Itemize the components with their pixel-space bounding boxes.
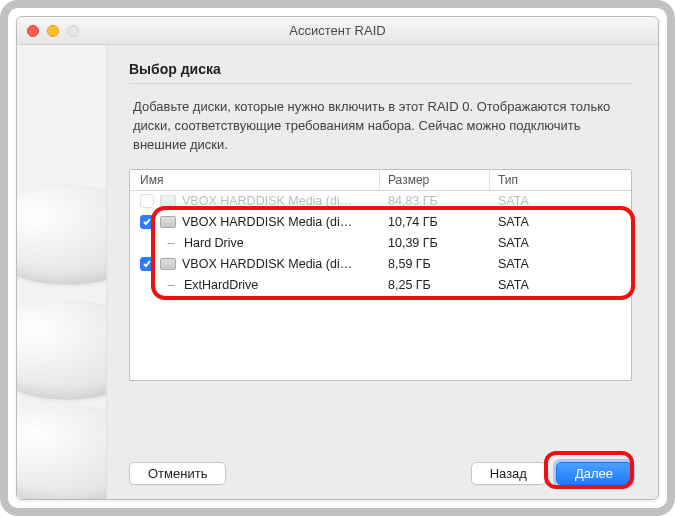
hdd-icon [160, 195, 176, 207]
table-row[interactable]: –ExtHardDrive8,25 ГБSATA [130, 275, 631, 296]
sidebar-art [17, 45, 107, 499]
cell-type: SATA [490, 257, 631, 271]
cell-type: SATA [490, 215, 631, 229]
table-row[interactable]: VBOX HARDDISK Media (di…10,74 ГБSATA [130, 212, 631, 233]
table-body: VBOX HARDDISK Media (di…84,83 ГБSATAVBOX… [130, 191, 631, 296]
back-button[interactable]: Назад [471, 462, 546, 485]
cell-type: SATA [490, 194, 631, 208]
window-body: Выбор диска Добавьте диски, которые нужн… [17, 45, 658, 499]
cell-type: SATA [490, 278, 631, 292]
cell-name: VBOX HARDDISK Media (di… [130, 215, 380, 229]
cell-size: 10,39 ГБ [380, 236, 490, 250]
hdd-icon [160, 216, 176, 228]
window-controls [17, 25, 79, 37]
cell-size: 84,83 ГБ [380, 194, 490, 208]
disk-name: VBOX HARDDISK Media (di… [182, 257, 352, 271]
dash-icon: – [164, 278, 178, 292]
page-heading: Выбор диска [129, 57, 632, 84]
checkbox[interactable] [140, 215, 154, 229]
col-type[interactable]: Тип [490, 170, 631, 190]
close-icon[interactable] [27, 25, 39, 37]
minimize-icon[interactable] [47, 25, 59, 37]
cell-name: –ExtHardDrive [130, 278, 380, 292]
table-row[interactable]: VBOX HARDDISK Media (di…8,59 ГБSATA [130, 254, 631, 275]
footer: Отменить Назад Далее [129, 450, 632, 485]
hdd-icon [160, 258, 176, 270]
description-text: Добавьте диски, которые нужно включить в… [133, 98, 628, 155]
table-header: Имя Размер Тип [130, 170, 631, 191]
disk-name: Hard Drive [184, 236, 244, 250]
table-row[interactable]: –Hard Drive10,39 ГБSATA [130, 233, 631, 254]
cancel-button[interactable]: Отменить [129, 462, 226, 485]
cell-name: –Hard Drive [130, 236, 380, 250]
table-row[interactable]: VBOX HARDDISK Media (di…84,83 ГБSATA [130, 191, 631, 212]
window-title: Ассистент RAID [17, 23, 658, 38]
decorative-disk-icon [17, 300, 107, 400]
cell-type: SATA [490, 236, 631, 250]
decorative-disk-icon [17, 185, 107, 285]
main-panel: Выбор диска Добавьте диски, которые нужн… [107, 45, 658, 499]
col-name[interactable]: Имя [130, 170, 380, 190]
raid-assistant-window: Ассистент RAID Выбор диска Добавьте диск… [16, 16, 659, 500]
dash-icon: – [164, 236, 178, 250]
cell-size: 8,59 ГБ [380, 257, 490, 271]
cell-size: 8,25 ГБ [380, 278, 490, 292]
decorative-disk-icon [17, 405, 107, 499]
titlebar: Ассистент RAID [17, 17, 658, 45]
screenshot-frame: Ассистент RAID Выбор диска Добавьте диск… [0, 0, 675, 516]
disk-name: VBOX HARDDISK Media (di… [182, 194, 352, 208]
checkbox[interactable] [140, 194, 154, 208]
checkbox[interactable] [140, 257, 154, 271]
zoom-icon [67, 25, 79, 37]
col-size[interactable]: Размер [380, 170, 490, 190]
cell-name: VBOX HARDDISK Media (di… [130, 257, 380, 271]
disk-table: Имя Размер Тип VBOX HARDDISK Media (di…8… [129, 169, 632, 381]
next-button[interactable]: Далее [556, 462, 632, 485]
disk-name: VBOX HARDDISK Media (di… [182, 215, 352, 229]
disk-name: ExtHardDrive [184, 278, 258, 292]
cell-name: VBOX HARDDISK Media (di… [130, 194, 380, 208]
cell-size: 10,74 ГБ [380, 215, 490, 229]
